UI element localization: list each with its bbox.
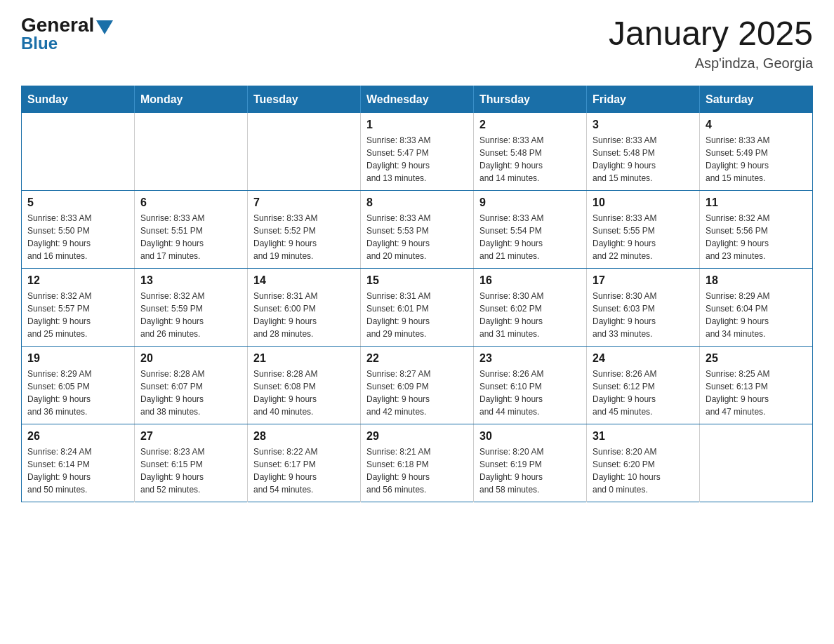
day-info: Sunrise: 8:33 AMSunset: 5:47 PMDaylight:… bbox=[366, 134, 468, 185]
day-number: 5 bbox=[27, 196, 128, 209]
calendar-cell: 24Sunrise: 8:26 AMSunset: 6:12 PMDayligh… bbox=[587, 347, 700, 424]
calendar-cell: 17Sunrise: 8:30 AMSunset: 6:03 PMDayligh… bbox=[587, 269, 700, 347]
day-of-week-header: Tuesday bbox=[248, 86, 361, 114]
day-number: 30 bbox=[479, 430, 581, 443]
day-info: Sunrise: 8:29 AMSunset: 6:04 PMDaylight:… bbox=[706, 290, 807, 340]
day-info: Sunrise: 8:29 AMSunset: 6:05 PMDaylight:… bbox=[27, 368, 128, 418]
calendar-cell bbox=[135, 113, 248, 191]
calendar-cell: 9Sunrise: 8:33 AMSunset: 5:54 PMDaylight… bbox=[474, 191, 587, 269]
day-number: 20 bbox=[140, 352, 241, 365]
calendar-cell: 25Sunrise: 8:25 AMSunset: 6:13 PMDayligh… bbox=[700, 347, 813, 424]
calendar-cell: 16Sunrise: 8:30 AMSunset: 6:02 PMDayligh… bbox=[474, 269, 587, 347]
calendar-cell: 26Sunrise: 8:24 AMSunset: 6:14 PMDayligh… bbox=[22, 424, 135, 502]
calendar-cell: 1Sunrise: 8:33 AMSunset: 5:47 PMDaylight… bbox=[361, 113, 474, 191]
calendar-body: 1Sunrise: 8:33 AMSunset: 5:47 PMDaylight… bbox=[22, 113, 813, 502]
day-info: Sunrise: 8:21 AMSunset: 6:18 PMDaylight:… bbox=[366, 445, 468, 496]
calendar-cell: 10Sunrise: 8:33 AMSunset: 5:55 PMDayligh… bbox=[587, 191, 700, 269]
title-section: January 2025 Asp'indza, Georgia bbox=[609, 14, 813, 72]
day-info: Sunrise: 8:31 AMSunset: 6:00 PMDaylight:… bbox=[253, 290, 355, 340]
day-info: Sunrise: 8:33 AMSunset: 5:53 PMDaylight:… bbox=[366, 212, 468, 262]
day-number: 27 bbox=[140, 430, 241, 443]
day-info: Sunrise: 8:20 AMSunset: 6:19 PMDaylight:… bbox=[479, 445, 581, 496]
day-info: Sunrise: 8:33 AMSunset: 5:49 PMDaylight:… bbox=[706, 134, 807, 185]
day-number: 26 bbox=[27, 430, 128, 443]
calendar-cell: 5Sunrise: 8:33 AMSunset: 5:50 PMDaylight… bbox=[22, 191, 135, 269]
calendar-cell: 18Sunrise: 8:29 AMSunset: 6:04 PMDayligh… bbox=[700, 269, 813, 347]
day-number: 1 bbox=[366, 119, 468, 131]
day-info: Sunrise: 8:31 AMSunset: 6:01 PMDaylight:… bbox=[366, 290, 468, 340]
day-number: 3 bbox=[593, 119, 694, 131]
day-info: Sunrise: 8:33 AMSunset: 5:48 PMDaylight:… bbox=[593, 134, 694, 185]
calendar-cell: 31Sunrise: 8:20 AMSunset: 6:20 PMDayligh… bbox=[587, 424, 700, 502]
day-number: 16 bbox=[479, 274, 581, 287]
calendar-cell bbox=[700, 424, 813, 502]
day-number: 17 bbox=[593, 274, 694, 287]
calendar-cell: 3Sunrise: 8:33 AMSunset: 5:48 PMDaylight… bbox=[587, 113, 700, 191]
day-number: 22 bbox=[366, 352, 468, 365]
calendar-cell: 29Sunrise: 8:21 AMSunset: 6:18 PMDayligh… bbox=[361, 424, 474, 502]
calendar-cell: 21Sunrise: 8:28 AMSunset: 6:08 PMDayligh… bbox=[248, 347, 361, 424]
day-number: 25 bbox=[706, 352, 807, 365]
day-number: 18 bbox=[706, 274, 807, 287]
calendar-cell: 4Sunrise: 8:33 AMSunset: 5:49 PMDaylight… bbox=[700, 113, 813, 191]
day-number: 10 bbox=[593, 196, 694, 209]
calendar-cell: 8Sunrise: 8:33 AMSunset: 5:53 PMDaylight… bbox=[361, 191, 474, 269]
day-info: Sunrise: 8:32 AMSunset: 5:57 PMDaylight:… bbox=[27, 290, 128, 340]
day-info: Sunrise: 8:27 AMSunset: 6:09 PMDaylight:… bbox=[366, 368, 468, 418]
day-number: 12 bbox=[27, 274, 128, 287]
day-number: 8 bbox=[366, 196, 468, 209]
day-info: Sunrise: 8:33 AMSunset: 5:51 PMDaylight:… bbox=[140, 212, 241, 262]
day-info: Sunrise: 8:30 AMSunset: 6:03 PMDaylight:… bbox=[593, 290, 694, 340]
calendar-cell bbox=[248, 113, 361, 191]
day-number: 28 bbox=[253, 430, 355, 443]
day-number: 11 bbox=[706, 196, 807, 209]
calendar-cell: 19Sunrise: 8:29 AMSunset: 6:05 PMDayligh… bbox=[22, 347, 135, 424]
calendar-subtitle: Asp'indza, Georgia bbox=[609, 55, 813, 72]
day-info: Sunrise: 8:32 AMSunset: 5:56 PMDaylight:… bbox=[706, 212, 807, 262]
day-number: 23 bbox=[479, 352, 581, 365]
calendar-cell: 2Sunrise: 8:33 AMSunset: 5:48 PMDaylight… bbox=[474, 113, 587, 191]
calendar-cell: 23Sunrise: 8:26 AMSunset: 6:10 PMDayligh… bbox=[474, 347, 587, 424]
day-number: 29 bbox=[366, 430, 468, 443]
day-number: 9 bbox=[479, 196, 581, 209]
calendar-cell: 11Sunrise: 8:32 AMSunset: 5:56 PMDayligh… bbox=[700, 191, 813, 269]
day-number: 4 bbox=[706, 119, 807, 131]
calendar-week-row: 26Sunrise: 8:24 AMSunset: 6:14 PMDayligh… bbox=[22, 424, 813, 502]
day-info: Sunrise: 8:22 AMSunset: 6:17 PMDaylight:… bbox=[253, 445, 355, 496]
calendar-title: January 2025 bbox=[609, 14, 813, 53]
day-info: Sunrise: 8:33 AMSunset: 5:54 PMDaylight:… bbox=[479, 212, 581, 262]
day-number: 6 bbox=[140, 196, 241, 209]
day-info: Sunrise: 8:25 AMSunset: 6:13 PMDaylight:… bbox=[706, 368, 807, 418]
day-info: Sunrise: 8:33 AMSunset: 5:52 PMDaylight:… bbox=[253, 212, 355, 262]
day-of-week-header: Wednesday bbox=[361, 86, 474, 114]
calendar-cell: 22Sunrise: 8:27 AMSunset: 6:09 PMDayligh… bbox=[361, 347, 474, 424]
day-info: Sunrise: 8:28 AMSunset: 6:08 PMDaylight:… bbox=[253, 368, 355, 418]
calendar-week-row: 1Sunrise: 8:33 AMSunset: 5:47 PMDaylight… bbox=[22, 113, 813, 191]
days-of-week-row: SundayMondayTuesdayWednesdayThursdayFrid… bbox=[22, 86, 813, 114]
day-info: Sunrise: 8:33 AMSunset: 5:48 PMDaylight:… bbox=[479, 134, 581, 185]
day-info: Sunrise: 8:28 AMSunset: 6:07 PMDaylight:… bbox=[140, 368, 241, 418]
day-info: Sunrise: 8:23 AMSunset: 6:15 PMDaylight:… bbox=[140, 445, 241, 496]
day-info: Sunrise: 8:30 AMSunset: 6:02 PMDaylight:… bbox=[479, 290, 581, 340]
day-of-week-header: Thursday bbox=[474, 86, 587, 114]
day-info: Sunrise: 8:33 AMSunset: 5:55 PMDaylight:… bbox=[593, 212, 694, 262]
calendar-cell: 6Sunrise: 8:33 AMSunset: 5:51 PMDaylight… bbox=[135, 191, 248, 269]
logo: General Blue bbox=[21, 14, 113, 53]
calendar-cell: 13Sunrise: 8:32 AMSunset: 5:59 PMDayligh… bbox=[135, 269, 248, 347]
calendar-cell bbox=[22, 113, 135, 191]
calendar-cell: 20Sunrise: 8:28 AMSunset: 6:07 PMDayligh… bbox=[135, 347, 248, 424]
day-of-week-header: Friday bbox=[587, 86, 700, 114]
day-of-week-header: Monday bbox=[135, 86, 248, 114]
logo-blue-text: Blue bbox=[21, 34, 58, 53]
calendar-header: SundayMondayTuesdayWednesdayThursdayFrid… bbox=[22, 86, 813, 114]
calendar-cell: 15Sunrise: 8:31 AMSunset: 6:01 PMDayligh… bbox=[361, 269, 474, 347]
day-number: 31 bbox=[593, 430, 694, 443]
day-info: Sunrise: 8:24 AMSunset: 6:14 PMDaylight:… bbox=[27, 445, 128, 496]
day-of-week-header: Saturday bbox=[700, 86, 813, 114]
day-number: 2 bbox=[479, 119, 581, 131]
day-info: Sunrise: 8:32 AMSunset: 5:59 PMDaylight:… bbox=[140, 290, 241, 340]
day-number: 24 bbox=[593, 352, 694, 365]
day-number: 15 bbox=[366, 274, 468, 287]
day-number: 21 bbox=[253, 352, 355, 365]
day-number: 14 bbox=[253, 274, 355, 287]
